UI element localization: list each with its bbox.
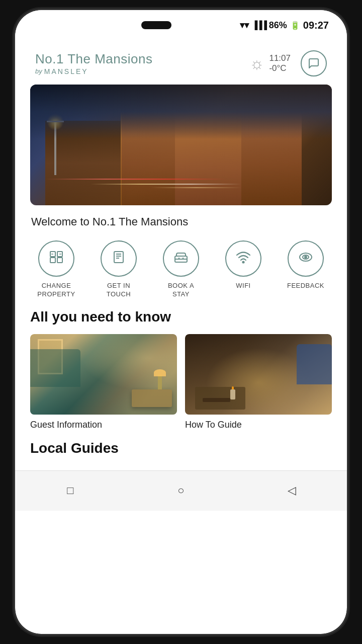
- back-icon: ◁: [288, 484, 296, 497]
- action-change-property[interactable]: CHANGE PROPERTY: [31, 240, 81, 299]
- change-property-icon: [49, 250, 64, 268]
- svg-point-15: [305, 256, 307, 258]
- notch-area: [141, 21, 171, 29]
- card-guest-info[interactable]: Guest Information: [30, 334, 177, 430]
- action-feedback[interactable]: FEEDBACK: [281, 240, 331, 299]
- status-right: ▾▾ ▐▐▐ 86% 🔋 09:27: [240, 20, 329, 31]
- desk-decor: [132, 389, 172, 407]
- weather-widget: ☼ 11:07 -0°C: [249, 53, 291, 73]
- action-circle-book: [163, 240, 199, 277]
- sofa-decor: [30, 349, 80, 387]
- card-label-guide: How To Guide: [185, 420, 242, 430]
- nav-home[interactable]: ○: [170, 479, 192, 502]
- logo-main-text: No.1 The Mansions: [35, 51, 152, 67]
- card-image-guide: [185, 334, 332, 415]
- signal-icon: ▐▐▐: [252, 21, 266, 30]
- logo-by-text: by: [35, 67, 42, 75]
- action-get-in-touch[interactable]: GET IN TOUCH: [94, 240, 144, 299]
- svg-rect-2: [50, 258, 55, 263]
- app-header: No.1 The Mansions by MANSLEY ☼ 11:07 -0°…: [15, 40, 347, 85]
- chat-icon: [308, 57, 320, 69]
- get-in-touch-icon: [112, 250, 126, 268]
- svg-point-12: [243, 261, 244, 263]
- lamp-decor: [158, 374, 162, 389]
- card-image-guest: [30, 334, 177, 415]
- svg-rect-4: [114, 252, 123, 263]
- status-bar: ▾▾ ▐▐▐ 86% 🔋 09:27: [15, 10, 347, 40]
- action-circle-feedback: [288, 240, 324, 277]
- logo-area: No.1 The Mansions by MANSLEY: [35, 51, 152, 75]
- book-decor: [203, 398, 230, 402]
- action-circle-wifi: [225, 240, 261, 277]
- sun-icon: ☼: [249, 54, 264, 73]
- action-book-stay[interactable]: BOOK A STAY: [156, 240, 206, 299]
- wifi-action-icon: [236, 251, 251, 267]
- wifi-icon: ▾▾: [240, 20, 249, 31]
- action-wifi[interactable]: WIFI: [218, 240, 268, 299]
- action-label-book: BOOK A STAY: [168, 282, 194, 299]
- action-label-wifi: WIFI: [236, 282, 250, 290]
- camera-notch: [141, 21, 171, 29]
- action-circle-touch: [101, 240, 137, 277]
- chat-button[interactable]: [301, 50, 327, 76]
- book-stay-icon: [173, 250, 189, 268]
- nav-back[interactable]: ◁: [281, 479, 303, 502]
- local-guides-section: Local Guides: [15, 440, 347, 470]
- blue-sofa-decor: [297, 344, 332, 384]
- bottom-nav: □ ○ ◁: [15, 470, 347, 511]
- cards-grid: Guest Information How To Guide: [30, 334, 332, 430]
- battery-icon: 🔋: [290, 21, 300, 30]
- card-label-guest: Guest Information: [30, 420, 102, 430]
- feedback-icon: [298, 251, 313, 267]
- circle-icon: ○: [177, 484, 184, 497]
- welcome-text: Welcome to No.1 The Mansions: [15, 215, 347, 232]
- action-label-feedback: FEEDBACK: [287, 282, 324, 290]
- local-guides-title: Local Guides: [30, 440, 332, 456]
- action-label-touch: GET IN TOUCH: [107, 282, 131, 299]
- logo-brand-text: MANSLEY: [44, 67, 88, 75]
- candle-decor: [230, 389, 235, 399]
- weather-info: 11:07 -0°C: [269, 53, 291, 73]
- clock: 09:27: [303, 20, 329, 31]
- need-to-know-title: All you need to know: [30, 309, 332, 325]
- card-how-to-guide[interactable]: How To Guide: [185, 334, 332, 430]
- square-icon: □: [67, 484, 73, 497]
- svg-rect-3: [57, 258, 62, 263]
- color-overlay: [30, 85, 332, 205]
- weather-temp: -0°C: [269, 63, 291, 73]
- quick-actions: CHANGE PROPERTY GET IN TOUCH: [15, 232, 347, 309]
- hero-buildings: [30, 85, 332, 205]
- header-right: ☼ 11:07 -0°C: [249, 50, 327, 76]
- action-circle-change: [38, 240, 74, 277]
- weather-time: 11:07: [269, 53, 291, 63]
- nav-recent-apps[interactable]: □: [59, 479, 81, 502]
- action-label-change: CHANGE PROPERTY: [37, 282, 75, 299]
- battery-level: 86%: [269, 20, 287, 31]
- hero-image: [30, 85, 332, 205]
- need-to-know-section: All you need to know Guest Information: [15, 309, 347, 440]
